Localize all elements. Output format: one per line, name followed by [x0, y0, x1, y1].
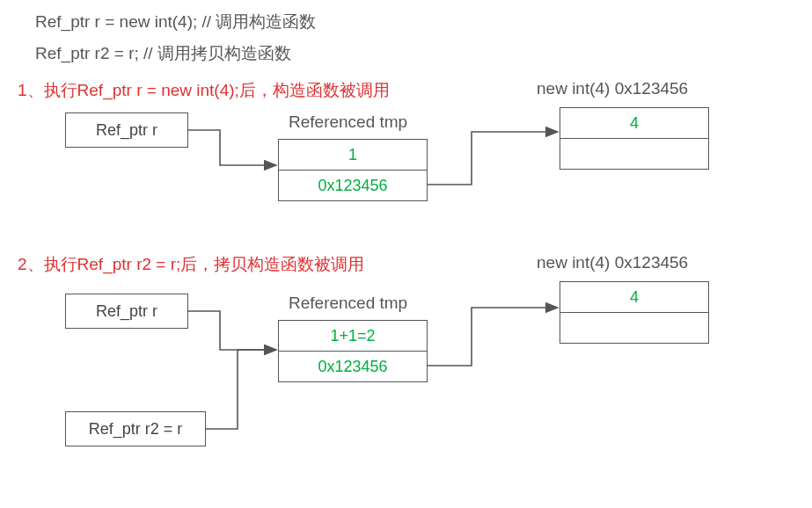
step2-refptr-r-text: Ref_ptr r	[96, 302, 157, 321]
step2-heap-label: new int(4) 0x123456	[537, 253, 688, 272]
step1-title: 1、执行Ref_ptr r = new int(4);后，构造函数被调用	[18, 79, 390, 102]
step2-heap-box: 4	[560, 281, 709, 344]
step2-refptr-r-box: Ref_ptr r	[65, 294, 188, 329]
step1-referenced-box: 1 0x123456	[278, 139, 428, 201]
step2-addr: 0x123456	[318, 358, 387, 376]
step1-heap-empty	[560, 138, 708, 169]
step1-heap-value: 4	[630, 114, 639, 133]
step1-addr: 0x123456	[318, 177, 387, 195]
step2-referenced-label: Referenced tmp	[289, 294, 407, 313]
step1-heap-label: new int(4) 0x123456	[537, 79, 688, 98]
step2-refcount: 1+1=2	[330, 327, 375, 345]
step1-heap-box: 4	[560, 107, 709, 170]
step2-referenced-box: 1+1=2 0x123456	[278, 320, 428, 382]
step1-refcount: 1	[348, 146, 357, 164]
step2-heap-value: 4	[630, 288, 639, 307]
step2-title: 2、执行Ref_ptr r2 = r;后，拷贝构造函数被调用	[18, 253, 364, 276]
step1-refptr-r-box: Ref_ptr r	[65, 112, 188, 148]
step2-refptr-r2-box: Ref_ptr r2 = r	[65, 411, 206, 446]
code-line-1: Ref_ptr r = new int(4); // 调用构造函数	[35, 11, 316, 33]
step2-refptr-r2-text: Ref_ptr r2 = r	[89, 420, 183, 439]
step2-heap-empty	[560, 312, 708, 343]
code-line-2: Ref_ptr r2 = r; // 调用拷贝构造函数	[35, 42, 291, 65]
step1-refptr-r-text: Ref_ptr r	[96, 121, 157, 140]
step1-referenced-label: Referenced tmp	[289, 112, 407, 132]
